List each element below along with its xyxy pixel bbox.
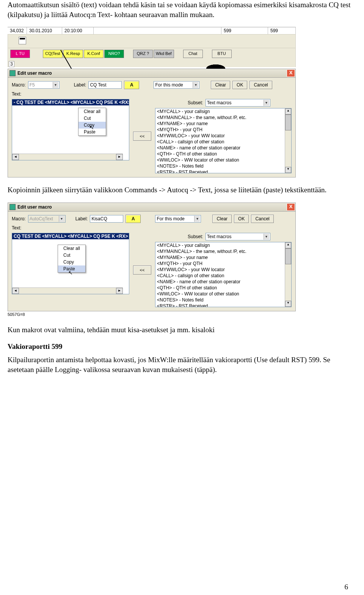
page-number: 6 (345, 583, 348, 591)
mode-select[interactable]: For this mode (154, 81, 199, 89)
list-item[interactable]: <WWLOC> - WW locator of other station (155, 291, 291, 297)
paragraph-4: Kilpailuraportin antamista helpottaa kov… (8, 355, 356, 374)
macro-label: Macro: (12, 82, 26, 88)
window-titlebar: Edit user macro X (8, 69, 296, 78)
text-label: Text: (12, 225, 21, 231)
ok-button[interactable]: OK (234, 215, 249, 223)
v-scrollbar[interactable]: ▲▼ (285, 242, 291, 307)
list-item[interactable]: <CALL> - callsign of other station (155, 139, 291, 145)
mode-select[interactable]: For this mode (155, 215, 201, 223)
window-titlebar: Edit user macro X (8, 203, 296, 212)
header-cells: 34,032 30.01.2010 20:10:00 599 599 (8, 27, 296, 34)
edit-user-macro-window-2: Edit user macro X Macro: AutoCqText Labe… (8, 203, 296, 311)
subset-label: Subset: (188, 234, 203, 239)
macro-text-box[interactable]: - CQ TEST DE <MYCALL> <MYCALL> CQ PSE K … (12, 99, 129, 160)
ctx-copy[interactable]: Copy (58, 259, 85, 265)
close-icon[interactable]: X (287, 203, 295, 211)
macro-wkdbef[interactable]: Wkd Bef (154, 50, 174, 58)
list-item[interactable]: <MYWWLOC> - your WW locator (155, 267, 291, 273)
macro-kresp[interactable]: K.Resp (63, 50, 83, 58)
clear-button[interactable]: Clear (211, 81, 230, 89)
screenshot-2: Edit user macro X Macro: AutoCqText Labe… (8, 203, 296, 311)
list-item[interactable]: <MYCALL> - your callsign (155, 108, 291, 115)
heading-vakioraportti: Vakioraportti 599 (8, 342, 356, 352)
list-item[interactable]: <WWLOC> - WW locator of other station (155, 157, 291, 163)
macro-kconf[interactable]: K.Conf (84, 50, 104, 58)
ok-button[interactable]: OK (232, 81, 247, 89)
cursor-icon: ↖ (68, 270, 73, 276)
macro-select[interactable]: F5 (28, 81, 60, 89)
cell-gap (94, 27, 221, 34)
text-label: Text: (12, 91, 21, 97)
macro-list[interactable]: <MYCALL> - your callsign <MYMAINCALL> - … (155, 242, 292, 307)
v-scrollbar[interactable]: ▲▼ (285, 108, 291, 173)
macro-nro[interactable]: NRO? (104, 50, 124, 58)
label-label: Label: (74, 82, 86, 88)
macro-list[interactable]: <MYCALL> - your callsign <MYMAINCALL> - … (155, 108, 292, 173)
a-button[interactable]: A (126, 215, 141, 223)
screenshot-1: 34,032 30.01.2010 20:10:00 599 599 L TU … (8, 27, 296, 177)
list-item[interactable]: <MYMAINCALL> - the same, without /P, etc… (155, 115, 291, 121)
window-title: Edit user macro (17, 204, 52, 210)
list-item[interactable]: <NAME> - name of other station operator (155, 279, 291, 285)
ctx-clear-all[interactable]: Clear all (58, 245, 85, 252)
close-icon[interactable]: X (287, 69, 295, 77)
label-input[interactable]: CQ Test (88, 81, 122, 89)
a-button[interactable]: A (124, 81, 139, 89)
subset-label: Subset: (188, 100, 203, 105)
list-item[interactable]: <MYNAME> - your name (155, 121, 291, 127)
label-label: Label: (75, 216, 88, 221)
label-input[interactable]: KisaCQ (90, 215, 123, 223)
list-item[interactable]: <MYMAINCALL> - the same, without /P, etc… (155, 248, 291, 254)
list-item[interactable]: <RSTR> - RST Received (155, 169, 291, 173)
row-num: 3 (9, 61, 14, 67)
cancel-button[interactable]: Cancel (249, 81, 272, 89)
list-item[interactable]: <MYCALL> - your callsign (155, 242, 291, 248)
footer-code: 5057G=8 (8, 312, 25, 317)
ctx-clear-all[interactable]: Clear all (78, 108, 106, 115)
macro-select[interactable]: AutoCqText (28, 215, 66, 223)
cell-1: 30.01.2010 (27, 27, 62, 34)
cancel-button[interactable]: Cancel (251, 215, 273, 223)
macro-btu[interactable]: BTU (212, 50, 232, 58)
paragraph-2: Kopioinnin jälkeen siirrytään valikkoon … (8, 185, 356, 195)
macro-text-box[interactable]: CQ TEST DE <MYCALL> <MYCALL> CQ PSE K <R… (12, 233, 129, 294)
cell-0: 34,032 (8, 27, 27, 34)
h-scrollbar[interactable]: ◄► (12, 154, 123, 160)
macro-ltu[interactable]: L TU (10, 50, 30, 58)
list-item[interactable]: <MYQTH> - your QTH (155, 261, 291, 267)
clear-button[interactable]: Clear (212, 215, 232, 223)
paragraph-1: Automaattikutsun sisältö (text) voidaan … (8, 0, 356, 19)
cursor-icon: ↖ (89, 124, 94, 130)
toolbar (8, 34, 296, 48)
window-icon (9, 204, 16, 210)
edit-user-macro-window: Edit user macro X Macro: F5 Label: CQ Te… (8, 69, 296, 177)
list-item[interactable]: <CALL> - callsign of other station (155, 273, 291, 279)
macro-chat[interactable]: Chat (183, 50, 203, 58)
macro-qrz[interactable]: QRZ ? (133, 50, 153, 58)
list-item[interactable]: <RSTR> - RST Received (155, 303, 291, 307)
list-item[interactable]: <QTH> - QTH of other station (155, 151, 291, 157)
list-item[interactable]: <NOTES> - Notes field (155, 297, 291, 303)
cell-4: 599 (268, 27, 296, 34)
subset-select[interactable]: Text macros (206, 99, 270, 107)
insert-button[interactable]: << (133, 132, 151, 141)
list-item[interactable]: <NOTES> - Notes field (155, 163, 291, 169)
ctx-cut[interactable]: Cut (58, 252, 85, 259)
list-item[interactable]: <MYWWLOC> - your WW locator (155, 133, 291, 139)
cell-3: 599 (221, 27, 268, 34)
macro-label: Macro: (12, 216, 26, 221)
insert-button[interactable]: << (133, 265, 151, 275)
macro-cqtest[interactable]: CQ|Test (43, 50, 63, 58)
macro-button-row: L TU CQ|Test K.Resp K.Conf NRO? QRZ ? Wk… (8, 48, 296, 60)
paragraph-3: Kun makrot ovat valmiina, tehdään muut k… (8, 325, 356, 335)
list-item[interactable]: <QTH> - QTH of other station (155, 285, 291, 291)
subset-select[interactable]: Text macros (206, 233, 270, 240)
h-scrollbar[interactable]: ◄► (12, 287, 123, 294)
list-item[interactable]: <NAME> - name of other station operator (155, 145, 291, 151)
save-icon[interactable] (19, 37, 26, 44)
macro-text-line: - CQ TEST DE <MYCALL> <MYCALL> CQ PSE K … (12, 99, 129, 105)
list-item[interactable]: <MYNAME> - your name (155, 254, 291, 261)
ctx-cut[interactable]: Cut (78, 115, 106, 122)
list-item[interactable]: <MYQTH> - your QTH (155, 127, 291, 133)
